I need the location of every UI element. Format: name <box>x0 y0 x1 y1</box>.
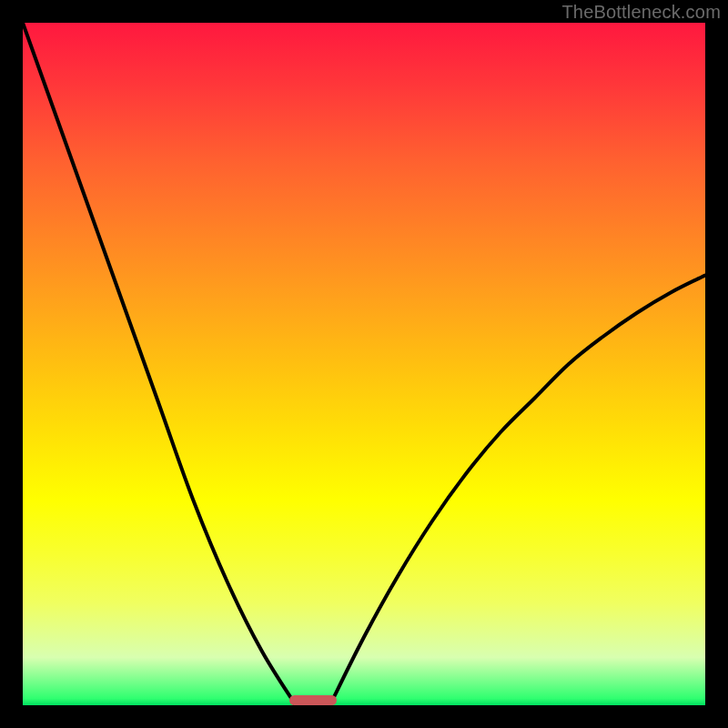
chart-plot-area <box>23 23 705 705</box>
bottleneck-marker <box>289 695 338 705</box>
curve-right-curve <box>330 276 706 706</box>
watermark-text: TheBottleneck.com <box>561 2 721 23</box>
chart-curves-svg <box>23 23 705 705</box>
curve-left-curve <box>23 23 296 705</box>
